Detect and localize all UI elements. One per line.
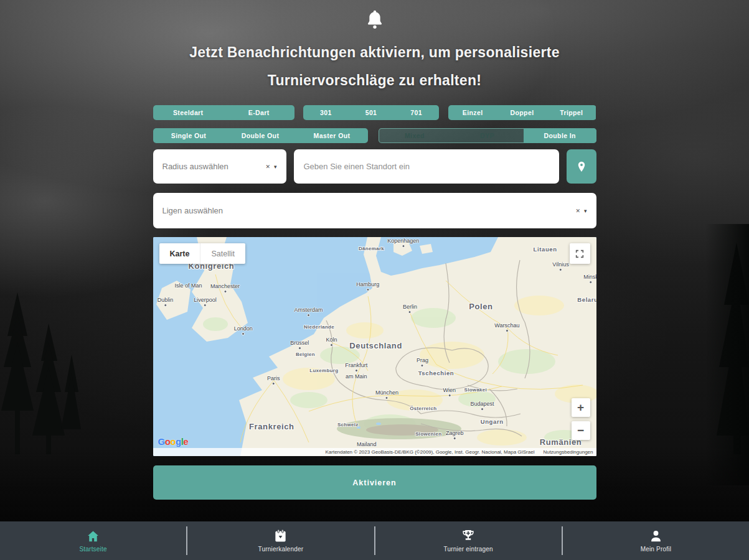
filter-button-double-in[interactable]: Double In <box>524 128 596 143</box>
google-logo[interactable]: Google <box>158 436 189 447</box>
filter-group-out-mode: Single OutDouble OutMaster Out <box>153 128 368 143</box>
radius-select[interactable]: Radius auswählen ✕ ▾ <box>153 149 286 184</box>
filter-button-e-dart[interactable]: E-Dart <box>224 105 294 120</box>
location-pin-icon <box>575 160 588 174</box>
nav-label: Turnierkalender <box>258 546 304 553</box>
home-icon <box>86 530 100 543</box>
filter-group-dart-type: SteeldartE-Dart <box>153 105 294 120</box>
bell-icon <box>153 0 596 31</box>
filter-button-mixed[interactable]: Mixed <box>379 128 451 143</box>
notification-panel: Jetzt Benachrichtungen aktiviern, um per… <box>153 0 596 500</box>
filter-row-1: SteeldartE-Dart 301501701 EinzelDoppelTr… <box>153 105 596 120</box>
filter-button-single-out[interactable]: Single Out <box>153 128 225 143</box>
nav-label: Mein Profil <box>641 546 671 553</box>
profile-icon <box>649 529 663 543</box>
nav-item-turnierkalender[interactable]: Turnierkalender <box>187 521 374 560</box>
attribution-text: Kartendaten © 2023 GeoBasis-DE/BKG (©200… <box>325 449 534 455</box>
nav-item-turnier-eintragen[interactable]: Turnier eintragen <box>375 521 562 560</box>
filter-bar: SteeldartE-Dart 301501701 EinzelDoppelTr… <box>153 105 596 143</box>
filter-button-einzel[interactable]: Einzel <box>448 105 497 120</box>
calendar-icon <box>273 529 288 543</box>
background-forest-right <box>699 230 749 454</box>
map-type-satellit-button[interactable]: Satellit <box>200 243 245 264</box>
filter-button-steeldart[interactable]: Steeldart <box>153 105 224 120</box>
clear-icon[interactable]: ✕ <box>265 164 270 170</box>
filter-group-team-mode: EinzelDoppelTrippel <box>448 105 596 120</box>
nav-item-startseite[interactable]: Startseite <box>0 521 186 560</box>
nav-label: Startseite <box>80 546 107 553</box>
map-type-control: Karte Satellit <box>159 243 246 264</box>
location-input[interactable] <box>294 149 559 184</box>
filter-button-trippel[interactable]: Trippel <box>547 105 596 120</box>
filter-button-301[interactable]: 301 <box>303 105 349 120</box>
filter-row-2: Single OutDouble OutMaster Out MixedDYPD… <box>153 128 596 143</box>
zoom-in-button[interactable]: + <box>572 398 590 417</box>
terms-link[interactable]: Nutzungsbedingungen <box>543 449 593 455</box>
filter-button-dyp[interactable]: DYP <box>451 128 524 143</box>
radius-select-placeholder: Radius auswählen <box>163 162 228 171</box>
ligen-select-placeholder: Ligen auswählen <box>163 206 224 215</box>
filter-group-misc-mode: MixedDYPDouble In <box>379 128 596 143</box>
map[interactable]: KönigreichDänemarkLitauenPolenDeutschlan… <box>153 237 596 456</box>
map-type-karte-button[interactable]: Karte <box>159 243 200 264</box>
ligen-select[interactable]: Ligen auswählen ✕ ▾ <box>153 193 596 228</box>
nav-label: Turnier eintragen <box>444 546 493 553</box>
filter-button-701[interactable]: 701 <box>393 105 439 120</box>
location-row: Radius auswählen ✕ ▾ <box>153 149 596 184</box>
filter-button-doppel[interactable]: Doppel <box>497 105 547 120</box>
notification-heading-line1: Jetzt Benachrichtungen aktiviern, um per… <box>153 39 596 67</box>
map-attribution: Kartendaten © 2023 GeoBasis-DE/BKG (©200… <box>153 448 596 456</box>
fullscreen-icon <box>575 249 585 259</box>
bottom-nav: Startseite Turnierkalender Turnier eintr… <box>0 521 749 560</box>
filter-group-points: 301501701 <box>303 105 439 120</box>
fullscreen-button[interactable] <box>570 243 590 264</box>
zoom-out-button[interactable]: − <box>572 421 590 440</box>
trophy-icon <box>461 529 476 543</box>
nav-item-mein-profil[interactable]: Mein Profil <box>563 521 749 560</box>
caret-down-icon[interactable]: ▾ <box>584 208 587 214</box>
background-forest-left <box>0 268 81 454</box>
location-pin-button[interactable] <box>567 149 596 184</box>
map-zoom-control: + − <box>572 398 590 440</box>
clear-icon[interactable]: ✕ <box>575 208 580 214</box>
background-shade-right <box>705 224 749 485</box>
map-canvas <box>153 237 596 456</box>
activate-button[interactable]: Aktivieren <box>153 465 596 500</box>
notification-heading: Jetzt Benachrichtungen aktiviern, um per… <box>153 39 596 95</box>
caret-down-icon[interactable]: ▾ <box>274 164 277 170</box>
filter-button-master-out[interactable]: Master Out <box>296 128 368 143</box>
notification-heading-line2: Turniervorschläge zu erhalten! <box>153 67 596 95</box>
filter-button-double-out[interactable]: Double Out <box>225 128 296 143</box>
filter-button-501[interactable]: 501 <box>349 105 394 120</box>
